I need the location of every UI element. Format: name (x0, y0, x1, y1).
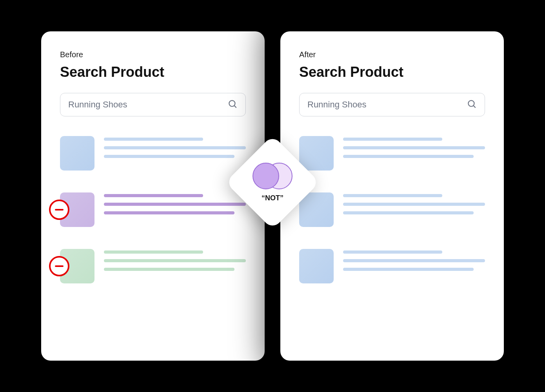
result-text-placeholder (343, 136, 485, 163)
result-text-placeholder (104, 249, 246, 276)
result-thumbnail (60, 136, 94, 171)
remove-badge[interactable] (49, 200, 69, 220)
search-box-after[interactable] (299, 93, 485, 116)
svg-line-1 (234, 106, 236, 108)
before-card: Before Search Product (41, 31, 265, 361)
search-input-after[interactable] (307, 100, 467, 110)
search-icon[interactable] (467, 99, 477, 111)
remove-badge[interactable] (49, 256, 69, 276)
svg-point-0 (229, 100, 235, 106)
result-thumbnail (299, 249, 334, 283)
result-item (299, 136, 485, 171)
search-icon[interactable] (227, 99, 238, 111)
after-card: After Search Product (280, 31, 504, 361)
svg-line-3 (474, 106, 476, 108)
result-item (299, 192, 485, 227)
result-text-placeholder (343, 192, 485, 220)
after-title: Search Product (299, 64, 485, 80)
search-box-before[interactable] (60, 93, 246, 116)
svg-point-2 (468, 100, 474, 106)
not-operator-badge: “NOT” (239, 149, 306, 216)
result-item (60, 249, 246, 283)
operator-label: “NOT” (262, 194, 283, 202)
result-text-placeholder (343, 249, 485, 276)
before-title: Search Product (60, 64, 246, 80)
result-text-placeholder (104, 192, 246, 220)
minus-icon (55, 265, 64, 267)
before-label: Before (60, 50, 246, 59)
result-item (299, 249, 485, 283)
result-text-placeholder (104, 136, 246, 163)
result-item (60, 192, 246, 227)
search-input-before[interactable] (68, 100, 227, 110)
after-label: After (299, 50, 485, 59)
result-item (60, 136, 246, 171)
venn-icon (251, 163, 294, 190)
minus-icon (55, 209, 64, 211)
